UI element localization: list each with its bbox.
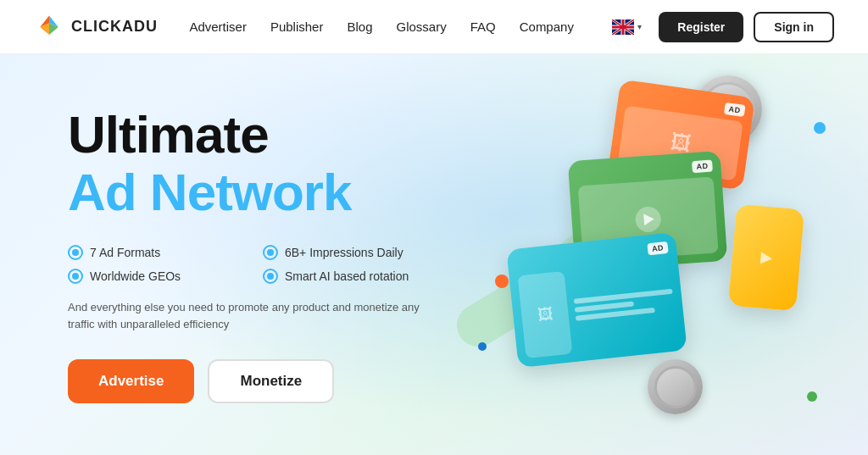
nav-blog[interactable]: Blog xyxy=(347,19,372,34)
ad-card-yellow: ▶ xyxy=(728,204,804,312)
advertise-button[interactable]: Advertise xyxy=(68,359,194,403)
nav-company[interactable]: Company xyxy=(520,19,574,34)
lang-chevron: ▾ xyxy=(637,22,642,31)
dot-blue xyxy=(814,122,826,134)
hero-title-sub: Ad Network xyxy=(68,164,424,221)
feature-item-1: 7 Ad Formats xyxy=(68,245,229,260)
hero-title-main: Ultimate xyxy=(68,106,424,164)
feature-item-2: 6B+ Impressions Daily xyxy=(263,245,424,260)
hero-buttons: Advertise Monetize xyxy=(68,359,424,403)
lang-selector[interactable]: ▾ xyxy=(605,16,648,38)
dot-blue2 xyxy=(478,342,487,351)
feature-item-3: Worldwide GEOs xyxy=(68,269,229,284)
feature-dot-2 xyxy=(263,245,278,260)
hero-content: Ultimate Ad Network 7 Ad Formats 6B+ Imp… xyxy=(0,106,424,403)
brand-name: CLICKADU xyxy=(71,18,158,36)
feature-dot-3 xyxy=(68,269,83,284)
dot-orange xyxy=(495,275,509,288)
feature-item-4: Smart AI based rotation xyxy=(263,269,424,284)
signin-button[interactable]: Sign in xyxy=(754,12,834,42)
hero-sub-text: And everything else you need to promote … xyxy=(68,299,424,332)
register-button[interactable]: Register xyxy=(659,12,743,42)
nav-faq[interactable]: FAQ xyxy=(470,19,496,34)
nav-links: Advertiser Publisher Blog Glossary FAQ C… xyxy=(189,19,574,34)
flag-icon xyxy=(612,19,634,35)
ad-badge-blue: AD xyxy=(647,241,668,255)
navbar: CLICKADU Advertiser Publisher Blog Gloss… xyxy=(0,0,868,54)
logo-link[interactable]: CLICKADU xyxy=(34,12,158,42)
hero-illustration: AD 🖼 AD ▶ AD 🖼 xyxy=(427,71,851,452)
nav-advertiser[interactable]: Advertiser xyxy=(189,19,247,34)
logo-icon xyxy=(34,12,64,42)
play-icon xyxy=(635,206,662,233)
hero-features: 7 Ad Formats 6B+ Impressions Daily World… xyxy=(68,245,424,284)
hero-section: Ultimate Ad Network 7 Ad Formats 6B+ Imp… xyxy=(0,54,868,455)
ad-badge-orange: AD xyxy=(724,103,746,117)
monetize-button[interactable]: Monetize xyxy=(208,359,334,403)
nav-publisher[interactable]: Publisher xyxy=(270,19,324,34)
nav-glossary[interactable]: Glossary xyxy=(397,19,447,34)
ad-badge-green: AD xyxy=(692,160,713,174)
dot-green xyxy=(807,391,817,402)
nav-right: ▾ Register Sign in xyxy=(605,12,834,42)
feature-dot-1 xyxy=(68,245,83,260)
coin-small xyxy=(648,359,703,414)
feature-dot-4 xyxy=(263,269,278,284)
ad-card-blue: AD 🖼 xyxy=(506,232,687,368)
